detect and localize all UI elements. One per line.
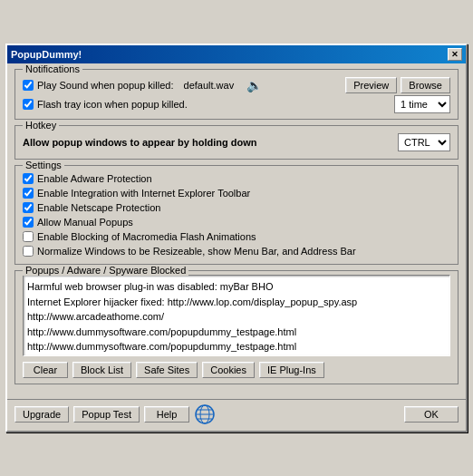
settings-checkbox-3[interactable] — [23, 217, 34, 228]
settings-checkbox-2[interactable] — [23, 202, 34, 213]
globe-icon — [194, 403, 216, 425]
sound-right: Preview Browse — [345, 77, 450, 93]
ie-plugins-button[interactable]: IE Plug-Ins — [259, 362, 324, 378]
flash-checkbox-label[interactable]: Flash tray icon when popup killed. — [23, 99, 188, 110]
hotkey-label: Hotkey — [23, 120, 59, 131]
popups-buttons: Clear Block List Safe Sites Cookies IE P… — [23, 362, 450, 378]
notifications-sound-row: Play Sound when popup killed: default.wa… — [23, 77, 450, 93]
settings-checkbox-4[interactable] — [23, 231, 34, 242]
notifications-flash-row: Flash tray icon when popup killed. 1 tim… — [23, 95, 450, 113]
settings-row-1: Enable Integration with Internet Explore… — [23, 188, 450, 199]
sound-file-text: default.wav — [184, 80, 235, 91]
hotkey-description: Allow popup windows to appear by holding… — [23, 137, 256, 148]
settings-item-1[interactable]: Enable Integration with Internet Explore… — [23, 188, 250, 199]
hotkey-row: Allow popup windows to appear by holding… — [23, 133, 450, 151]
notifications-group: Notifications Play Sound when popup kill… — [14, 69, 459, 120]
flash-label-text: Flash tray icon when popup killed. — [37, 99, 188, 110]
footer-left: Upgrade Popup Test Help — [14, 403, 216, 425]
list-item: Harmful web browser plug-in was disabled… — [27, 279, 446, 295]
footer: Upgrade Popup Test Help OK — [7, 399, 466, 431]
cookies-button[interactable]: Cookies — [202, 362, 255, 378]
settings-item-3[interactable]: Allow Manual Popups — [23, 217, 133, 228]
main-window: PopupDummy! ✕ Notifications Play Sound w… — [5, 44, 468, 432]
settings-row-4: Enable Blocking of Macromedia Flash Anim… — [23, 231, 450, 242]
settings-row-3: Allow Manual Popups — [23, 217, 450, 228]
settings-group: Settings Enable Adware Protection Enable… — [14, 165, 459, 265]
list-item: http://www.dummysoftware.com/popupdummy_… — [27, 325, 446, 340]
settings-label: Settings — [23, 160, 64, 170]
safe-sites-button[interactable]: Safe Sites — [136, 362, 198, 378]
popups-group: Popups / Adware / Spyware Blocked Harmfu… — [14, 270, 459, 384]
hotkey-select[interactable]: CTRL ALT SHIFT — [398, 133, 450, 151]
flash-checkbox[interactable] — [23, 99, 34, 110]
window-body: Notifications Play Sound when popup kill… — [7, 63, 466, 395]
window-title: PopupDummy! — [11, 49, 82, 60]
settings-item-2[interactable]: Enable Netscape Protection — [23, 202, 160, 213]
popup-test-button[interactable]: Popup Test — [73, 406, 140, 423]
help-button[interactable]: Help — [144, 406, 189, 423]
settings-item-0[interactable]: Enable Adware Protection — [23, 173, 152, 184]
settings-row-2: Enable Netscape Protection — [23, 202, 450, 213]
sound-checkbox[interactable] — [23, 80, 34, 91]
sound-left: Play Sound when popup killed: default.wa… — [23, 78, 262, 92]
settings-item-label-3: Allow Manual Popups — [37, 217, 133, 228]
settings-item-label-1: Enable Integration with Internet Explore… — [37, 188, 250, 199]
settings-checkbox-5[interactable] — [23, 246, 34, 257]
settings-row-5: Normalize Windows to be Resizeable, show… — [23, 246, 450, 257]
popups-log[interactable]: Harmful web browser plug-in was disabled… — [23, 275, 450, 356]
upgrade-button[interactable]: Upgrade — [14, 406, 69, 423]
clear-button[interactable]: Clear — [23, 362, 68, 378]
notifications-label: Notifications — [23, 63, 82, 74]
settings-item-label-2: Enable Netscape Protection — [37, 202, 160, 213]
preview-button[interactable]: Preview — [345, 77, 397, 93]
block-list-button[interactable]: Block List — [72, 362, 131, 378]
sound-checkbox-label[interactable]: Play Sound when popup killed: default.wa… — [23, 80, 234, 91]
popups-label: Popups / Adware / Spyware Blocked — [23, 265, 188, 276]
settings-item-label-0: Enable Adware Protection — [37, 173, 152, 184]
settings-checkbox-1[interactable] — [23, 188, 34, 199]
settings-row-0: Enable Adware Protection — [23, 173, 450, 184]
close-button[interactable]: ✕ — [448, 48, 462, 61]
settings-item-5[interactable]: Normalize Windows to be Resizeable, show… — [23, 246, 356, 257]
settings-item-4[interactable]: Enable Blocking of Macromedia Flash Anim… — [23, 231, 256, 242]
times-select[interactable]: 1 time 2 times 3 times 5 times — [394, 95, 450, 113]
settings-checkbox-0[interactable] — [23, 173, 34, 184]
list-item: http://www.arcadeathome.com/ — [27, 309, 446, 325]
list-item: http://www.dummysoftware.com/popupdummy_… — [27, 339, 446, 355]
hotkey-group: Hotkey Allow popup windows to appear by … — [14, 125, 459, 160]
sound-icon: 🔈 — [246, 78, 262, 92]
ok-button[interactable]: OK — [404, 406, 459, 423]
browse-button[interactable]: Browse — [401, 77, 450, 93]
list-item: Internet Explorer hijacker fixed: http:/… — [27, 295, 446, 310]
sound-label-text: Play Sound when popup killed: — [37, 80, 173, 91]
settings-item-label-5: Normalize Windows to be Resizeable, show… — [37, 246, 356, 257]
settings-item-label-4: Enable Blocking of Macromedia Flash Anim… — [37, 231, 256, 242]
title-bar: PopupDummy! ✕ — [7, 45, 466, 63]
